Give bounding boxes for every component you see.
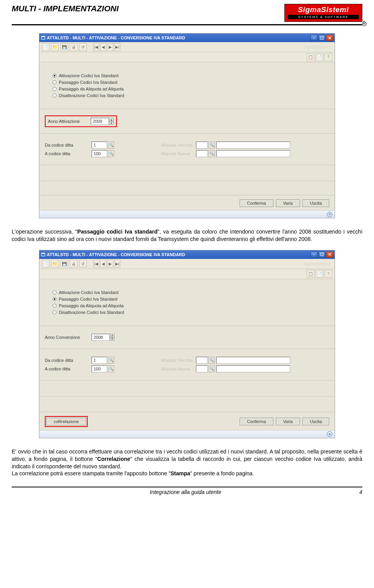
radio-disattivazione[interactable]: Disattivazione Codici Iva Standard	[53, 93, 329, 98]
aliquota-nuova-desc-input[interactable]	[216, 150, 290, 157]
nav-first-icon[interactable]: |◀	[93, 43, 99, 51]
aliquota-vecchia-code-input[interactable]	[196, 142, 208, 149]
da-codice-input[interactable]: 1	[92, 142, 107, 149]
search-icon[interactable]: 🔍	[208, 357, 215, 364]
maximize-button[interactable]: ☐	[318, 35, 325, 41]
toolbar-icon-5[interactable]: ↺	[79, 43, 87, 51]
spin-down-icon[interactable]: ▼	[109, 121, 114, 125]
anno-conversione-input[interactable]: 2008	[92, 334, 109, 341]
correlazione-button[interactable]: coRrelazione	[46, 418, 86, 425]
varia-button[interactable]: Varia	[276, 199, 300, 207]
toolbar-sec-icon-3[interactable]: ?	[325, 270, 332, 278]
toolbar-icon-2[interactable]: 📁	[51, 260, 59, 267]
aliquota-nuova-desc-input[interactable]	[216, 365, 290, 372]
search-icon[interactable]: 🔍	[108, 150, 114, 157]
footer-bar: coRrelazione Conferma Varia Uscita	[39, 412, 335, 430]
radio-passaggio-codici[interactable]: Passaggio Codici Iva Standard	[53, 80, 329, 85]
search-icon[interactable]: 🔍	[208, 365, 215, 372]
aliquota-vecchia-code-input[interactable]	[196, 357, 208, 364]
uscita-button[interactable]: Uscita	[302, 199, 329, 207]
paragraph-1: L'operazione successiva, "Passaggio codi…	[0, 228, 374, 243]
spin-up-icon[interactable]: ▲	[109, 118, 114, 121]
radio-icon	[53, 310, 56, 314]
a-codice-input[interactable]: 100	[92, 365, 107, 372]
toolbar-icon-4[interactable]: 🖨	[70, 260, 78, 267]
nav-last-icon[interactable]: ▶|	[114, 43, 120, 51]
radio-group: Attivazione Codici Iva Standard Passaggi…	[53, 73, 329, 98]
header-divider	[12, 24, 362, 25]
a-codice-label: A codice ditta	[45, 367, 92, 371]
radio-passaggio-aliquota[interactable]: Passaggio da Aliquota ad Aliquota	[53, 87, 329, 91]
radio-passaggio-codici[interactable]: Passaggio Codici Iva Standard	[53, 297, 329, 301]
nav-next-icon[interactable]: ▶	[107, 43, 113, 51]
search-icon[interactable]: 🔍	[108, 357, 114, 364]
radio-attivazione[interactable]: Attivazione Codici Iva Standard	[53, 73, 329, 78]
spin-down-icon[interactable]: ▼	[110, 337, 115, 341]
toolbar-sec-icon-2[interactable]: 📄	[316, 270, 323, 278]
minimize-button[interactable]: –	[310, 251, 318, 258]
toolbar-icon-4[interactable]: 🖨	[70, 43, 78, 51]
a-codice-input[interactable]: 100	[92, 150, 107, 157]
para1-bold: Passaggio codici Iva standard	[77, 228, 157, 235]
nav-prev-icon[interactable]: ◀	[100, 260, 106, 267]
maximize-button[interactable]: ☐	[318, 251, 325, 258]
close-strip-icon[interactable]: ✕	[327, 431, 332, 437]
search-icon[interactable]: 🔍	[208, 142, 215, 149]
toolbar-icon-1[interactable]: 📄	[42, 260, 49, 267]
radio-label: Passaggio Codici Iva Standard	[59, 297, 117, 301]
toolbar-icon-3[interactable]: 💾	[60, 260, 68, 267]
search-icon[interactable]: 🔍	[108, 142, 114, 149]
footer-bar: Conferma Varia Uscita	[39, 195, 335, 210]
aliquota-vecchia-label: Aliquota Vecchia	[161, 143, 196, 147]
toolbar-sec-icon-1[interactable]: 📋	[307, 53, 314, 61]
toolbar-sec-icon-1[interactable]: 📋	[307, 270, 314, 278]
anno-attivazione-input[interactable]: 2009	[91, 118, 109, 125]
toolbar-sec-icon-3[interactable]: ?	[325, 53, 332, 61]
close-strip-icon[interactable]: ✕	[327, 212, 332, 217]
aliquota-nuova-code-input[interactable]	[196, 150, 208, 157]
minimize-button[interactable]: –	[310, 35, 318, 41]
titlebar-app-icon: 🗔	[41, 35, 45, 40]
varia-button[interactable]: Varia	[276, 418, 300, 425]
radio-icon	[53, 80, 56, 84]
toolbar-sec-icon-2[interactable]: 📄	[316, 53, 323, 61]
brand-logo: SigmaSistemi SYSTEMS & SOFTWARE R	[284, 4, 362, 22]
radio-label: Passaggio Codici Iva Standard	[59, 80, 117, 85]
spin-up-icon[interactable]: ▲	[110, 334, 115, 337]
radio-attivazione[interactable]: Attivazione Codici Iva Standard	[53, 290, 329, 295]
da-codice-label: Da codice ditta	[45, 143, 92, 147]
toolbar-icon-3[interactable]: 💾	[60, 43, 68, 51]
search-icon[interactable]: 🔍	[208, 150, 215, 157]
nav-first-icon[interactable]: |◀	[93, 260, 99, 267]
aliquota-nuova-code-input[interactable]	[196, 365, 208, 372]
nav-prev-icon[interactable]: ◀	[100, 43, 106, 51]
search-icon[interactable]: 🔍	[108, 365, 114, 372]
da-codice-input[interactable]: 1	[92, 357, 107, 364]
conferma-button[interactable]: Conferma	[240, 418, 273, 425]
titlebar-app-icon: 🗔	[41, 252, 45, 257]
radio-disattivazione[interactable]: Disattivazione Codici Iva Standard	[53, 310, 329, 315]
nav-next-icon[interactable]: ▶	[107, 260, 113, 267]
radio-label: Disattivazione Codici Iva Standard	[59, 310, 124, 315]
toolbar: 📄 📁 💾 🖨 ↺ |◀ ◀ ▶ ▶| SigmaSistemi	[39, 42, 335, 52]
aliquota-vecchia-desc-input[interactable]	[216, 142, 290, 149]
close-button[interactable]: ✕	[326, 251, 333, 258]
toolbar-icon-2[interactable]: 📁	[51, 43, 59, 51]
logo-registered-icon: R	[362, 21, 367, 26]
toolbar-icon-5[interactable]: ↺	[79, 260, 87, 267]
radio-icon	[53, 74, 56, 78]
radio-icon	[53, 94, 56, 97]
close-button[interactable]: ✕	[326, 35, 333, 41]
radio-icon	[53, 297, 56, 301]
toolbar-icon-1[interactable]: 📄	[42, 43, 49, 51]
paragraph-2: E' ovvio che in tal caso occorra effettu…	[0, 448, 374, 478]
radio-passaggio-aliquota[interactable]: Passaggio da Aliquota ad Aliquota	[53, 303, 329, 308]
aliquota-vecchia-desc-input[interactable]	[216, 357, 290, 364]
toolbar-brand-watermark: SigmaSistemi	[304, 261, 332, 266]
aliquota-nuova-label: Aliquota Nuova	[161, 367, 196, 371]
nav-last-icon[interactable]: ▶|	[114, 260, 120, 267]
footer-center-text: Integrazione alla guida utente	[150, 489, 221, 495]
uscita-button[interactable]: Uscita	[302, 418, 329, 425]
conferma-button[interactable]: Conferma	[240, 199, 273, 207]
highlighted-anno-attivazione: Anno Attivazione 2009 ▲ ▼	[45, 115, 117, 127]
